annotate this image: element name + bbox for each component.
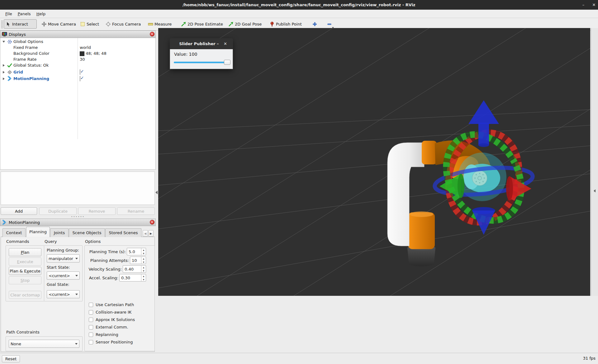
tool-2d-pose-estimate[interactable]: 2D Pose Estimate bbox=[179, 19, 222, 29]
planning-group-dropdown[interactable]: manipulator bbox=[47, 254, 80, 262]
start-state-dropdown[interactable]: <current> bbox=[47, 272, 80, 280]
tool-focus-camera[interactable]: Focus Camera bbox=[104, 19, 142, 29]
displays-tree[interactable]: Global Options Fixed Frame world Backgro… bbox=[0, 38, 156, 170]
tab-planning[interactable]: Planning bbox=[26, 227, 50, 237]
grid-enabled-checkbox[interactable] bbox=[80, 69, 80, 75]
replanning-checkbox[interactable] bbox=[89, 333, 93, 337]
select-box-icon bbox=[80, 21, 85, 27]
expander-closed-icon[interactable] bbox=[3, 78, 5, 80]
tab-scroll-right-button[interactable]: ▶ bbox=[148, 230, 154, 237]
collision-aware-ik-row[interactable]: Collision-aware IK bbox=[89, 310, 131, 314]
remove-tool-button[interactable] bbox=[325, 19, 334, 29]
menu-help[interactable]: Help bbox=[34, 11, 49, 17]
expander-open-icon[interactable] bbox=[2, 41, 5, 43]
tree-value[interactable]: world bbox=[80, 45, 91, 50]
velocity-scaling-spinbox[interactable]: 0.40 ▲▼ bbox=[123, 265, 146, 273]
spinner-arrows-icon[interactable]: ▲▼ bbox=[141, 266, 146, 272]
tree-row-grid[interactable]: Grid bbox=[0, 69, 156, 75]
tree-label: Global Options bbox=[13, 39, 43, 44]
execute-button[interactable]: Execute bbox=[9, 258, 41, 266]
tab-context[interactable]: Context bbox=[2, 228, 26, 237]
sensor-positioning-row[interactable]: Sensor Positioning bbox=[89, 340, 133, 344]
tool-2d-goal-pose[interactable]: 2D Goal Pose bbox=[227, 19, 263, 29]
slider-value-label: Value: 100 bbox=[174, 52, 197, 57]
duplicate-display-button[interactable]: Duplicate bbox=[39, 207, 77, 215]
external-comm-checkbox[interactable] bbox=[89, 325, 93, 329]
expander-closed-icon[interactable] bbox=[3, 64, 5, 67]
spinner-arrows-icon[interactable]: ▲▼ bbox=[141, 248, 146, 255]
window-close-button[interactable]: ✕ bbox=[589, 0, 598, 10]
external-comm-row[interactable]: External Comm. bbox=[89, 325, 128, 329]
left-splitter-collapse-arrow[interactable] bbox=[155, 191, 158, 194]
expander-closed-icon[interactable] bbox=[3, 71, 5, 73]
right-collapsed-panel-strip[interactable] bbox=[591, 28, 598, 296]
window-titlebar[interactable]: /home/nbb/ws_fanuc/install/fanuc_moveit_… bbox=[0, 0, 598, 10]
motion-planning-close-button[interactable]: ✕ bbox=[150, 220, 154, 225]
reset-button[interactable]: Reset bbox=[2, 355, 20, 362]
plan-button[interactable]: Plan bbox=[9, 248, 41, 256]
tree-row-global-options[interactable]: Global Options bbox=[0, 39, 156, 45]
path-constraints-dropdown[interactable]: None bbox=[9, 340, 79, 348]
tool-select[interactable]: Select bbox=[78, 19, 100, 29]
collision-aware-ik-checkbox[interactable] bbox=[89, 310, 93, 314]
tool-move-camera[interactable]: Move Camera bbox=[40, 19, 75, 29]
toolbar-grip[interactable] bbox=[1, 20, 3, 28]
slider-track[interactable] bbox=[174, 62, 230, 63]
sensor-positioning-checkbox[interactable] bbox=[89, 340, 93, 344]
accel-scaling-spinbox[interactable]: 0.30 ▲▼ bbox=[119, 274, 146, 281]
clear-octomap-button[interactable]: Clear octomap bbox=[9, 291, 41, 299]
remove-display-button[interactable]: Remove bbox=[78, 207, 116, 215]
replanning-row[interactable]: Replanning bbox=[89, 332, 118, 337]
approx-ik-solutions-checkbox[interactable] bbox=[89, 318, 93, 322]
menu-file[interactable]: File bbox=[2, 11, 15, 17]
tree-label: Background Color bbox=[13, 51, 50, 56]
tree-row-fixed-frame[interactable]: Fixed Frame world bbox=[0, 45, 156, 50]
slider-window-minimize-button[interactable]: – bbox=[217, 41, 224, 46]
tool-measure[interactable]: Measure bbox=[146, 19, 175, 29]
query-heading: Query bbox=[45, 239, 57, 244]
add-tool-button[interactable] bbox=[310, 19, 319, 29]
planning-time-label: Planning Time (s): bbox=[88, 249, 126, 254]
slider-publisher-titlebar[interactable]: Slider Publisher – ✕ bbox=[170, 38, 233, 49]
use-cartesian-path-row[interactable]: Use Cartesian Path bbox=[89, 302, 134, 307]
displays-close-button[interactable]: ✕ bbox=[150, 32, 154, 36]
green-arrow-icon bbox=[181, 21, 186, 27]
spinner-arrows-icon[interactable]: ▲▼ bbox=[141, 274, 146, 281]
tree-row-background-color[interactable]: Background Color 48; 48; 48 bbox=[0, 50, 156, 56]
planning-group-label: Planning Group: bbox=[47, 248, 79, 253]
tab-joints[interactable]: Joints bbox=[50, 228, 69, 237]
goal-state-dropdown[interactable]: <current> bbox=[47, 290, 80, 298]
motion-planning-panel-header[interactable]: MotionPlanning bbox=[0, 219, 156, 226]
add-display-button[interactable]: Add bbox=[1, 207, 37, 215]
slider-publisher-window[interactable]: Slider Publisher – ✕ Value: 100 bbox=[170, 38, 233, 69]
tree-row-frame-rate[interactable]: Frame Rate 30 bbox=[0, 56, 156, 62]
tab-stored-scenes[interactable]: Stored Scenes bbox=[105, 228, 141, 237]
tool-interact[interactable]: Interact bbox=[4, 19, 37, 29]
dock-splitter-handle[interactable]: •••••• bbox=[71, 215, 85, 218]
spinner-arrows-icon[interactable]: ▲▼ bbox=[141, 257, 146, 264]
displays-panel-header[interactable]: Displays bbox=[0, 31, 156, 38]
tree-value[interactable]: 48; 48; 48 bbox=[86, 51, 107, 56]
plan-and-execute-button[interactable]: Plan & Execute bbox=[9, 267, 41, 275]
tool-publish-point[interactable]: Publish Point bbox=[268, 19, 305, 29]
rename-display-button[interactable]: Rename bbox=[117, 207, 155, 215]
slider-publisher-title: Slider Publisher bbox=[170, 41, 217, 46]
tab-scroll-left-button[interactable]: ◀ bbox=[143, 230, 148, 237]
tree-value[interactable]: 30 bbox=[80, 57, 85, 62]
planning-time-spinbox[interactable]: 5.0 ▲▼ bbox=[127, 248, 146, 255]
goal-state-label: Goal State: bbox=[47, 282, 69, 287]
slider-window-close-button[interactable]: ✕ bbox=[224, 41, 233, 46]
tree-row-motion-planning[interactable]: MotionPlanning bbox=[0, 75, 156, 82]
stop-button[interactable]: Stop bbox=[9, 276, 41, 284]
tree-row-global-status[interactable]: Global Status: Ok bbox=[0, 62, 156, 68]
use-cartesian-path-checkbox[interactable] bbox=[89, 303, 93, 307]
approx-ik-solutions-row[interactable]: Approx IK Solutions bbox=[89, 317, 135, 322]
accel-scaling-label: Accel. Scaling: bbox=[88, 276, 118, 280]
motion-planning-enabled-checkbox[interactable] bbox=[80, 76, 80, 81]
window-minimize-button[interactable]: – bbox=[579, 0, 588, 10]
right-splitter-collapse-arrow[interactable] bbox=[594, 189, 596, 192]
slider-handle[interactable] bbox=[224, 60, 230, 65]
planning-attempts-spinbox[interactable]: 10 ▲▼ bbox=[130, 257, 146, 264]
tab-scene-objects[interactable]: Scene Objects bbox=[69, 228, 105, 237]
menu-panels[interactable]: Panels bbox=[15, 11, 34, 17]
